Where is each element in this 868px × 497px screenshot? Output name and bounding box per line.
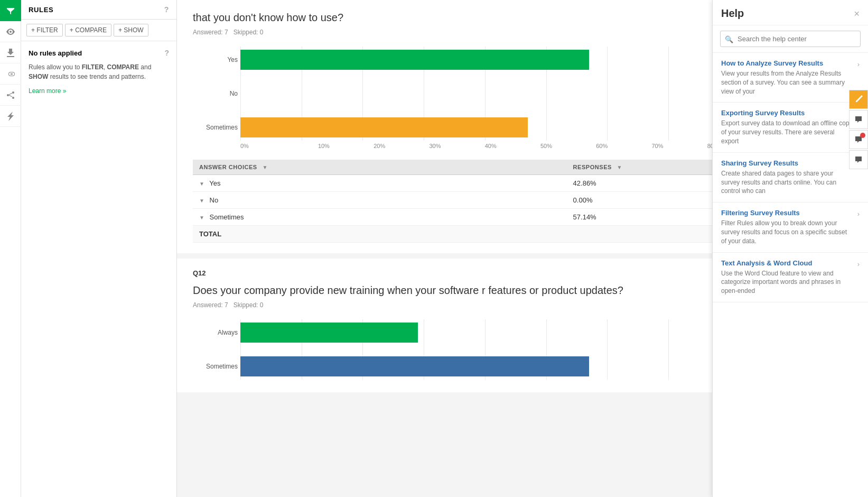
filter-nav-icon[interactable] xyxy=(0,0,21,21)
no-rules-help-icon[interactable]: ? xyxy=(164,49,169,57)
expand-sometimes-icon[interactable]: ▼ xyxy=(199,215,204,220)
rules-panel: RULES ? + FILTER + COMPARE + SHOW No rul… xyxy=(21,0,177,497)
rules-help-icon[interactable]: ? xyxy=(164,5,169,14)
total-label: TOTAL xyxy=(193,226,567,243)
compare-button[interactable]: + COMPARE xyxy=(65,24,111,36)
no-rules-title: No rules applied ? xyxy=(29,49,169,57)
help-panel: Help × 🔍 How to Analyze Survey Results V… xyxy=(712,0,868,497)
q2-fill-always xyxy=(240,323,418,343)
expand-no-icon[interactable]: ▼ xyxy=(199,198,204,204)
question2-answered: Answered: 7 xyxy=(193,301,228,309)
download-nav-icon[interactable] xyxy=(0,42,21,63)
col-answer-choices: ANSWER CHOICES ▼ xyxy=(193,160,567,175)
help-article-3[interactable]: Sharing Survey Results Create shared dat… xyxy=(713,153,868,203)
link-nav-icon[interactable] xyxy=(0,63,21,85)
q1-label-sometimes: Sometimes xyxy=(195,124,238,131)
help-article-2[interactable]: Exporting Survey Results Export survey d… xyxy=(713,103,868,152)
expand-yes-icon[interactable]: ▼ xyxy=(199,181,204,187)
filter-button[interactable]: + FILTER xyxy=(26,24,63,36)
q1-label-yes: Yes xyxy=(195,56,238,63)
lightning-nav-icon[interactable] xyxy=(0,106,21,127)
question1-skipped: Skipped: 0 xyxy=(234,29,264,36)
pencil-float-button[interactable] xyxy=(849,90,868,109)
q2-fill-sometimes xyxy=(240,356,589,376)
search-icon: 🔍 xyxy=(725,35,733,43)
help-header: Help × xyxy=(713,0,868,25)
rules-description: Rules allow you to FILTER, COMPARE and S… xyxy=(29,62,169,81)
article1-arrow-icon: › xyxy=(857,60,860,68)
svg-point-1 xyxy=(7,94,9,96)
share-nav-icon[interactable] xyxy=(0,85,21,106)
q1-fill-yes xyxy=(240,50,589,70)
col2-dropdown-icon[interactable]: ▼ xyxy=(617,164,622,170)
article4-arrow-icon: › xyxy=(857,210,860,218)
article5-arrow-icon: › xyxy=(857,260,860,268)
q2-label-always: Always xyxy=(195,329,238,336)
chat-badge xyxy=(860,133,865,138)
help-article-4[interactable]: Filtering Survey Results Filter Rules al… xyxy=(713,203,868,252)
question1-answered: Answered: 7 xyxy=(193,29,228,36)
help-search-wrap: 🔍 xyxy=(713,25,868,53)
filter-word: FILTER xyxy=(82,63,104,71)
q2-label-sometimes: Sometimes xyxy=(195,363,238,370)
rules-toolbar: + FILTER + COMPARE + SHOW xyxy=(21,20,176,41)
right-float-buttons xyxy=(849,90,868,169)
help-articles-list: How to Analyze Survey Results View your … xyxy=(713,53,868,497)
question2-skipped: Skipped: 0 xyxy=(234,301,264,309)
learn-more-link[interactable]: Learn more » xyxy=(29,87,66,95)
show-word: SHOW xyxy=(29,73,48,80)
q1-fill-sometimes xyxy=(240,117,528,137)
chat-float-button[interactable] xyxy=(849,110,868,129)
q12-number: Q12 xyxy=(193,269,206,277)
chat2-float-button[interactable] xyxy=(849,150,868,169)
help-title: Help xyxy=(721,7,744,20)
chat-badge-float-button[interactable] xyxy=(849,130,868,149)
help-article-5[interactable]: Text Analysis & Word Cloud Use the Word … xyxy=(713,253,868,302)
icon-sidebar xyxy=(0,0,21,497)
rules-body: No rules applied ? Rules allow you to FI… xyxy=(21,41,176,497)
rules-title: RULES xyxy=(29,6,53,14)
rules-header: RULES ? xyxy=(21,0,176,20)
show-button[interactable]: + SHOW xyxy=(114,24,148,36)
eye-nav-icon[interactable] xyxy=(0,21,21,42)
help-close-button[interactable]: × xyxy=(854,9,860,19)
help-search-input[interactable] xyxy=(720,31,861,47)
svg-point-2 xyxy=(12,97,14,99)
svg-point-0 xyxy=(12,91,14,94)
q1-label-no: No xyxy=(195,90,238,97)
col1-dropdown-icon[interactable]: ▼ xyxy=(262,164,267,170)
help-article-1[interactable]: How to Analyze Survey Results View your … xyxy=(713,53,868,103)
compare-word: COMPARE xyxy=(107,63,139,71)
help-search-icon-wrap: 🔍 xyxy=(720,31,861,47)
